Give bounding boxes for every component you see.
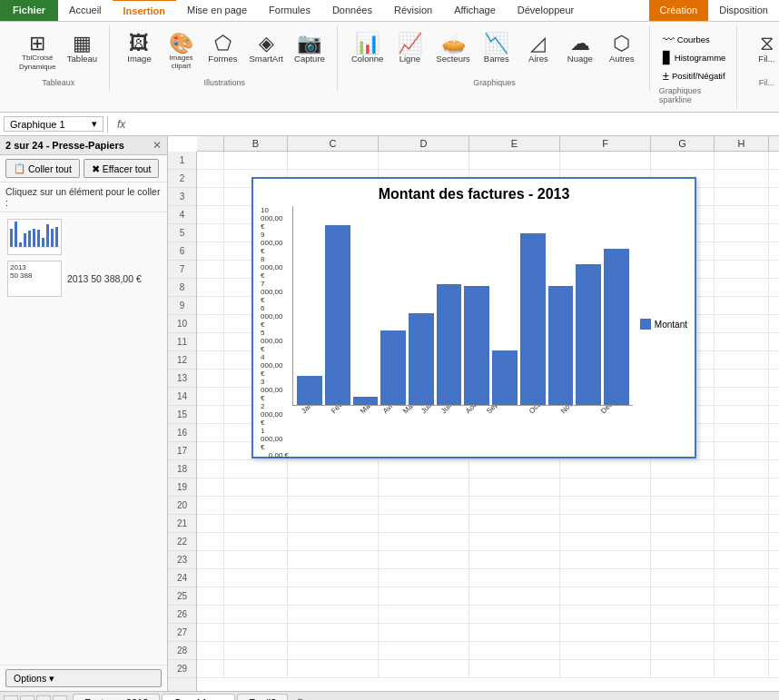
cell-19-col-h[interactable] (715, 478, 769, 496)
cell-15-col-a[interactable] (197, 406, 224, 423)
btn-smartart[interactable]: ◈ SmartArt (244, 31, 287, 66)
cell-24-col-g[interactable] (651, 569, 715, 587)
cell-22-col-c[interactable] (288, 533, 379, 550)
cell-19-col-d[interactable] (379, 478, 469, 496)
cell-22-col-b[interactable] (224, 533, 288, 550)
cell-23-col-b[interactable] (224, 551, 288, 568)
cell-5-col-a[interactable] (197, 224, 224, 242)
effacer-tout-button[interactable]: ✖ Effacer tout (84, 159, 160, 178)
cell-8-col-h[interactable] (715, 279, 769, 296)
clipboard-item-value[interactable]: 201350 388 2013 50 388,00 € (4, 258, 163, 300)
cell-29-col-f[interactable] (560, 660, 651, 677)
cell-11-col-a[interactable] (197, 333, 224, 350)
cell-20-col-a[interactable] (197, 497, 224, 514)
cell-9-col-h[interactable] (715, 297, 769, 314)
cell-4-col-h[interactable] (715, 206, 769, 223)
cell-18-col-c[interactable] (288, 460, 379, 478)
cell-28-col-d[interactable] (379, 642, 469, 659)
cell-22-col-e[interactable] (469, 533, 560, 550)
cell-21-col-f[interactable] (560, 515, 651, 532)
cell-20-col-d[interactable] (379, 497, 469, 514)
cell-11-col-h[interactable] (715, 333, 769, 350)
cell-17-col-a[interactable] (197, 442, 224, 459)
tab-developpeur[interactable]: Développeur (507, 0, 585, 21)
cell-25-col-c[interactable] (288, 587, 379, 605)
cell-28-col-b[interactable] (224, 642, 288, 659)
cell-2-col-h[interactable] (715, 170, 769, 187)
btn-nuage[interactable]: ☁ Nuage (560, 31, 600, 66)
cell-27-col-g[interactable] (651, 624, 715, 641)
cell-26-col-a[interactable] (197, 606, 224, 623)
cell-24-col-a[interactable] (197, 569, 224, 587)
chart-bar-Février[interactable] (325, 225, 350, 405)
chart-bar-Septembre[interactable] (520, 233, 546, 405)
cell-23-col-g[interactable] (651, 551, 715, 568)
btn-images-clipart[interactable]: 🎨 Imagesclipart (161, 31, 201, 73)
chart-bar-Janvier[interactable] (297, 376, 322, 405)
cell-23-col-h[interactable] (715, 551, 769, 568)
cell-25-col-e[interactable] (469, 587, 560, 605)
cell-26-col-f[interactable] (560, 606, 651, 623)
cell-24-col-f[interactable] (560, 569, 651, 587)
cell-29-col-a[interactable] (197, 660, 224, 677)
tab-formules[interactable]: Formules (258, 0, 321, 21)
cell-19-col-b[interactable] (224, 478, 288, 496)
tab-accueil[interactable]: Accueil (58, 0, 112, 21)
cell-19-col-f[interactable] (560, 478, 651, 496)
cell-26-col-c[interactable] (288, 606, 379, 623)
cell-23-col-c[interactable] (288, 551, 379, 568)
cell-7-col-h[interactable] (715, 261, 769, 278)
cell-3-col-h[interactable] (715, 188, 769, 205)
cell-15-col-h[interactable] (715, 406, 769, 423)
sheet-tab-graphique[interactable]: Graphique (162, 694, 235, 700)
cell-24-col-h[interactable] (715, 569, 769, 587)
tab-revision[interactable]: Révision (383, 0, 443, 21)
tab-mise-en-page[interactable]: Mise en page (176, 0, 258, 21)
btn-colonne[interactable]: 📊 Colonne (347, 31, 388, 66)
cell-20-col-c[interactable] (288, 497, 379, 514)
tab-affichage[interactable]: Affichage (443, 0, 507, 21)
cell-22-col-f[interactable] (560, 533, 651, 550)
cell-18-col-b[interactable] (224, 460, 288, 478)
cell-22-col-g[interactable] (651, 533, 715, 550)
cell-22-col-a[interactable] (197, 533, 224, 550)
cell-29-col-b[interactable] (224, 660, 288, 677)
cell-10-col-a[interactable] (197, 315, 224, 332)
chart-bar-Juin[interactable] (437, 284, 462, 405)
cell-1-col-f[interactable] (560, 152, 651, 169)
btn-secteurs[interactable]: 🥧 Secteurs (431, 31, 475, 66)
nav-last-button[interactable]: ▶▶ (53, 695, 67, 701)
cell-21-col-e[interactable] (469, 515, 560, 532)
cell-14-col-h[interactable] (715, 388, 769, 405)
cell-26-col-h[interactable] (715, 606, 769, 623)
cell-28-col-h[interactable] (715, 642, 769, 659)
cell-25-col-f[interactable] (560, 587, 651, 605)
cell-29-col-e[interactable] (469, 660, 560, 677)
cell-27-col-c[interactable] (288, 624, 379, 641)
cell-13-col-h[interactable] (715, 370, 769, 387)
cell-6-col-h[interactable] (715, 242, 769, 260)
cell-10-col-h[interactable] (715, 315, 769, 332)
btn-autres[interactable]: ⬡ Autres (602, 31, 642, 66)
nav-next-button[interactable]: ▶ (36, 695, 51, 701)
cell-26-col-d[interactable] (379, 606, 469, 623)
cell-4-col-a[interactable] (197, 206, 224, 223)
cell-28-col-a[interactable] (197, 642, 224, 659)
chart-bar-Décembre[interactable] (604, 249, 629, 405)
cell-19-col-g[interactable] (651, 478, 715, 496)
cell-3-col-a[interactable] (197, 188, 224, 205)
nav-first-button[interactable]: ◀◀ (4, 695, 18, 701)
cell-12-col-a[interactable] (197, 351, 224, 369)
cell-14-col-a[interactable] (197, 388, 224, 405)
cell-20-col-e[interactable] (469, 497, 560, 514)
cell-26-col-g[interactable] (651, 606, 715, 623)
new-sheet-button[interactable]: ⊕ (290, 694, 311, 700)
cell-18-col-d[interactable] (379, 460, 469, 478)
cell-1-col-e[interactable] (469, 152, 560, 169)
cell-28-col-c[interactable] (288, 642, 379, 659)
cell-13-col-a[interactable] (197, 370, 224, 387)
chart-bar-Octobre[interactable] (548, 286, 574, 405)
cell-28-col-e[interactable] (469, 642, 560, 659)
chart-bar-Mars[interactable] (353, 397, 379, 405)
cell-25-col-h[interactable] (715, 587, 769, 605)
